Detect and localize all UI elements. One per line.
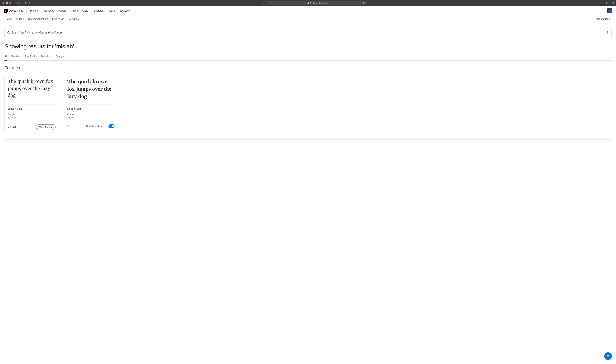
nav-videos[interactable]: Videos [70,9,78,12]
svg-line-6 [9,33,10,34]
subnav-all-fonts[interactable]: All fonts [16,18,24,20]
activate-toggle[interactable] [108,124,115,128]
nav-vectors[interactable]: Vectors [58,9,66,12]
card-actions: Deactivate 4 fonts [64,122,118,130]
subnav-foundries[interactable]: Foundries [68,18,79,20]
families-title: Families [4,65,612,70]
nav-plugins[interactable]: Plugins [108,9,115,12]
svg-rect-4 [611,2,613,4]
svg-rect-3 [308,3,309,4]
top-nav: f Adobe Fonts Photos Illustrations Vecto… [0,6,616,15]
section-divider [4,139,612,140]
card-actions: View Family [5,122,59,132]
sub-links: Home All fonts Recommendations Font pack… [6,18,79,20]
share-icon[interactable] [600,2,602,4]
deactivate-label: Deactivate 4 fonts [86,125,104,128]
font-foundry: Google [8,113,56,116]
font-card-josefin-slab[interactable]: The quick brown fox jumps over the lazy … [4,75,59,132]
font-sample: The quick brown fox jumps over the lazy … [64,75,118,104]
sidebar-icon [17,2,20,4]
svg-point-5 [7,32,9,33]
nav-back-icon[interactable] [25,2,26,4]
font-meta: Josefin Slab Google 10 fonts [5,104,59,122]
code-icon[interactable] [72,125,76,127]
favorite-icon[interactable] [67,125,70,127]
nav-forward-icon [29,2,30,4]
nav-arrows [25,2,30,4]
brand[interactable]: f Adobe Fonts [4,9,23,13]
svg-rect-0 [17,2,20,4]
nav-templates[interactable]: Templates [92,9,103,12]
svg-point-8 [607,32,608,33]
url-bar[interactable]: fonts.adobe.com [267,1,367,5]
search-icon [7,31,10,34]
camera-icon[interactable] [606,31,609,34]
tab-all[interactable]: All [4,55,7,61]
font-card-roboto-slab[interactable]: The quick brown fox jumps over the lazy … [64,75,118,132]
window-minimize[interactable] [6,2,8,4]
manage-fonts-link[interactable]: Manage fonts [596,18,610,20]
cards: The quick brown fox jumps over the lazy … [4,75,612,132]
nav-illustrations[interactable]: Illustrations [42,9,54,12]
lock-icon [307,2,309,4]
tab-font-packs[interactable]: Font Packs [25,55,37,60]
font-sample: The quick brown fox jumps over the lazy … [5,75,59,104]
url-text: fonts.adobe.com [310,2,327,4]
font-foundry: Google [67,113,115,116]
nav-photos[interactable]: Photos [30,9,38,12]
font-count: 10 fonts [8,116,56,119]
subnav-font-packs[interactable]: Font packs [52,18,64,20]
search-input[interactable] [12,31,606,34]
tab-foundries[interactable]: Foundries [41,55,52,60]
svg-rect-7 [606,32,609,34]
window-close[interactable] [2,2,4,4]
view-family-button[interactable]: View Family [36,124,56,130]
sidebar-toggle[interactable] [17,2,22,4]
font-name: Roboto Slab [67,107,115,110]
nav-audio[interactable]: Audio [82,9,88,12]
font-name: Josefin Slab [8,107,56,110]
subnav-home[interactable]: Home [6,18,12,20]
font-count: 4 fonts [67,116,115,119]
tab-families[interactable]: Families [11,55,20,60]
content: Showing results for 'mislab' All Familie… [0,23,616,146]
search-wrap [4,28,612,37]
code-icon[interactable] [13,126,16,128]
favorite-icon[interactable] [8,126,11,128]
traffic-lights [2,2,11,4]
new-tab-icon[interactable] [605,2,608,4]
results-heading: Showing results for 'mislab' [4,43,612,50]
window-maximize[interactable] [9,2,11,4]
result-tabs: All Families Font Packs Foundries Design… [4,55,612,61]
shield-icon[interactable] [263,2,266,4]
sub-nav: Home All fonts Recommendations Font pack… [0,15,616,23]
adobe-fonts-logo-icon: f [4,9,8,13]
chevron-down-icon [20,3,22,4]
reload-icon[interactable] [363,2,365,4]
font-meta: Roboto Slab Google 4 fonts [64,104,118,122]
top-links: Photos Illustrations Vectors Videos Audi… [30,9,130,12]
tabs-icon[interactable] [611,2,614,4]
nav-3d-assets[interactable]: 3D Assets [120,9,131,12]
browser-chrome: fonts.adobe.com [0,0,616,6]
brand-text: Adobe Fonts [9,9,23,12]
tab-designers[interactable]: Designers [56,55,67,60]
subnav-recommendations[interactable]: Recommendations [28,18,48,20]
avatar[interactable] [607,8,612,13]
